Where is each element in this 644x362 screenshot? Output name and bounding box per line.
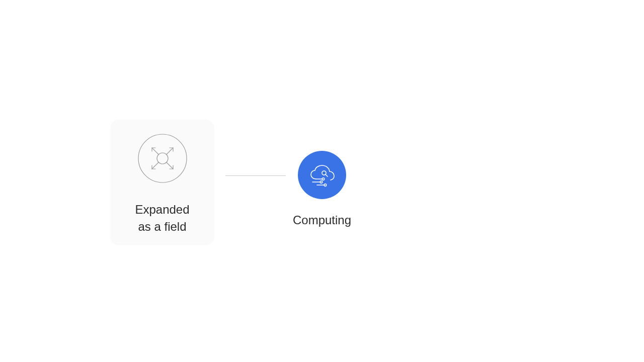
- connector-line: [225, 175, 286, 176]
- svg-line-10: [326, 174, 328, 176]
- svg-point-8: [324, 184, 326, 186]
- svg-line-3: [152, 148, 158, 154]
- svg-line-2: [167, 148, 173, 154]
- expanded-field-label-line1: Expanded: [135, 201, 189, 218]
- expanded-field-label-line2: as a field: [135, 218, 189, 235]
- cloud-circuit-icon: [298, 151, 346, 199]
- computing-label: Computing: [293, 213, 351, 227]
- svg-point-7: [320, 181, 322, 183]
- svg-point-0: [138, 134, 187, 183]
- expand-arrows-icon: [138, 134, 187, 183]
- expanded-field-card: Expanded as a field: [111, 120, 214, 244]
- svg-point-6: [322, 178, 324, 180]
- svg-line-5: [152, 162, 158, 169]
- svg-line-4: [167, 162, 173, 169]
- expanded-field-label: Expanded as a field: [135, 201, 189, 235]
- computing-node: Computing: [291, 151, 353, 227]
- diagram-container: Expanded as a field: [0, 0, 644, 362]
